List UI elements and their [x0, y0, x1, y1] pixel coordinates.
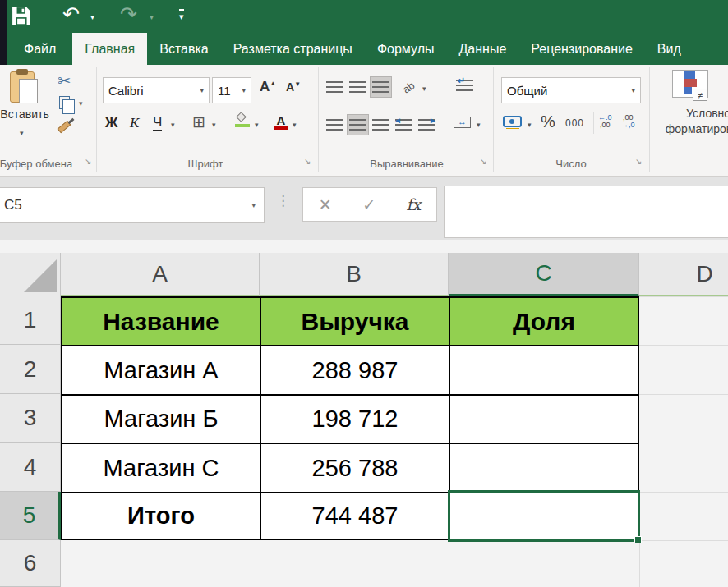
shrink-font-button[interactable]: A▼: [286, 80, 301, 94]
undo-button[interactable]: ↶: [62, 2, 80, 25]
customize-quick-access-button[interactable]: ▾: [179, 9, 184, 22]
row-header-6[interactable]: 6: [0, 540, 61, 587]
clipboard-dialog-launcher[interactable]: ↘: [85, 157, 94, 167]
paste-dropdown[interactable]: ▾: [20, 129, 24, 137]
font-color-dropdown[interactable]: ▾: [293, 121, 297, 129]
decrease-decimal-button[interactable]: ,00→,0: [621, 114, 635, 129]
tab-page-layout[interactable]: Разметка страницы: [221, 33, 365, 65]
align-left-button[interactable]: [324, 114, 346, 135]
font-size-combo[interactable]: 11 ▾: [212, 77, 251, 103]
redo-button[interactable]: ↷: [120, 2, 137, 25]
orientation-dropdown[interactable]: ▾: [422, 85, 426, 93]
bold-button[interactable]: Ж: [105, 115, 117, 131]
column-header-b[interactable]: B: [260, 253, 449, 296]
underline-button[interactable]: Ч: [153, 115, 162, 131]
align-top-button[interactable]: [324, 76, 346, 98]
save-button[interactable]: [12, 7, 31, 30]
cell-b2[interactable]: 288 987: [260, 345, 449, 394]
cell-c3[interactable]: [449, 394, 639, 443]
row-header-2[interactable]: 2: [0, 345, 61, 394]
font-color-button[interactable]: А: [274, 113, 288, 127]
comma-style-button[interactable]: 000: [565, 117, 584, 129]
cell-a3[interactable]: Магазин Б: [61, 394, 260, 443]
tab-review[interactable]: Рецензирование: [518, 33, 645, 65]
cell-a1[interactable]: Название: [61, 296, 260, 345]
chevron-down-icon: ▾: [179, 11, 184, 21]
tab-data[interactable]: Данные: [447, 33, 519, 65]
fill-handle[interactable]: [634, 536, 642, 543]
align-center-button[interactable]: [347, 114, 369, 135]
cell-b5[interactable]: 744 487: [260, 492, 449, 540]
align-bottom-button[interactable]: [370, 76, 392, 98]
cell-a2[interactable]: Магазин А: [61, 345, 260, 394]
enter-button[interactable]: ✓: [362, 195, 376, 214]
underline-dropdown[interactable]: ▾: [171, 121, 175, 129]
ribbon-tab-bar: Файл Главная Вставка Разметка страницы Ф…: [7, 33, 728, 65]
tab-file[interactable]: Файл: [7, 33, 72, 65]
tab-home[interactable]: Главная: [72, 33, 147, 65]
fill-color-dropdown[interactable]: ▾: [255, 121, 259, 129]
tab-formulas[interactable]: Формулы: [365, 33, 447, 65]
cell-c2[interactable]: [449, 345, 639, 394]
banknote-icon: [503, 116, 522, 127]
row-header-5[interactable]: 5: [0, 492, 61, 540]
row-header-3[interactable]: 3: [0, 394, 61, 443]
italic-button[interactable]: К: [130, 115, 139, 131]
increase-indent-button[interactable]: ►: [416, 114, 438, 135]
merge-center-dropdown[interactable]: ▾: [477, 121, 481, 129]
fill-color-button[interactable]: [235, 116, 250, 126]
column-header-a[interactable]: A: [61, 253, 260, 296]
name-box[interactable]: C5 ▾: [0, 187, 265, 223]
cell-b4[interactable]: 256 788: [260, 443, 449, 492]
column-header-c[interactable]: C: [449, 253, 639, 296]
accounting-format-dropdown[interactable]: ▾: [528, 121, 532, 129]
decrease-indent-button[interactable]: ◄: [393, 114, 415, 135]
tab-insert[interactable]: Вставка: [147, 33, 220, 65]
borders-dropdown[interactable]: ▾: [212, 121, 216, 129]
gridline: [639, 540, 640, 587]
orientation-button[interactable]: ab: [403, 80, 414, 94]
cell-b1[interactable]: Выручка: [260, 296, 449, 345]
grow-font-button[interactable]: A▲: [260, 79, 276, 95]
not-equal-icon: ≠: [693, 89, 707, 101]
increase-decimal-button[interactable]: ←.0,00: [598, 114, 612, 129]
tab-view[interactable]: Вид: [645, 33, 693, 65]
cell-b3[interactable]: 198 712: [260, 394, 449, 443]
empty-row[interactable]: [61, 540, 639, 587]
formula-bar-buttons: ✕ ✓ fx: [302, 187, 437, 222]
percent-style-button[interactable]: %: [541, 112, 555, 131]
align-right-button[interactable]: [370, 114, 392, 135]
formula-bar-resize-handle[interactable]: ⋮: [276, 192, 290, 209]
cancel-button[interactable]: ✕: [319, 195, 332, 214]
gridline: [639, 540, 728, 541]
cut-button[interactable]: ✂: [58, 71, 71, 90]
excel-window: ↶ ▾ ↷ ▾ ▾ Файл Главная Вставка Разметка …: [0, 0, 728, 587]
caret-up-icon: ▲: [270, 80, 276, 87]
alignment-group-label: Выравнивание: [353, 158, 460, 170]
cell-c4[interactable]: [449, 443, 639, 492]
alignment-dialog-launcher[interactable]: ↘: [480, 157, 490, 167]
cell-a4[interactable]: Магазин С: [61, 443, 260, 492]
font-name-combo[interactable]: Calibri ▾: [103, 77, 210, 103]
redo-dropdown[interactable]: ▾: [150, 12, 154, 21]
gridline: [639, 443, 728, 443]
font-dialog-launcher[interactable]: ↘: [304, 157, 314, 167]
number-dialog-launcher[interactable]: ↘: [635, 157, 645, 167]
select-all-button[interactable]: [0, 253, 61, 296]
borders-button[interactable]: ⊞: [192, 112, 205, 131]
number-format-combo[interactable]: Общий ▾: [501, 77, 641, 103]
undo-dropdown[interactable]: ▾: [90, 12, 94, 21]
row-header-4[interactable]: 4: [0, 443, 61, 492]
formula-input[interactable]: [444, 186, 728, 238]
wrap-text-button[interactable]: ↵: [454, 75, 476, 96]
chevron-down-icon: ▾: [200, 86, 204, 94]
align-middle-button[interactable]: [347, 76, 369, 98]
grow-font-icon: A: [260, 79, 270, 94]
row-header-1[interactable]: 1: [0, 296, 61, 345]
number-format-value: Общий: [507, 84, 547, 98]
copy-dropdown[interactable]: ▾: [79, 99, 83, 108]
insert-function-button[interactable]: fx: [407, 195, 422, 213]
cell-a5[interactable]: Итого: [61, 492, 260, 540]
column-header-d[interactable]: D: [639, 253, 728, 296]
cell-c1[interactable]: Доля: [449, 296, 639, 345]
